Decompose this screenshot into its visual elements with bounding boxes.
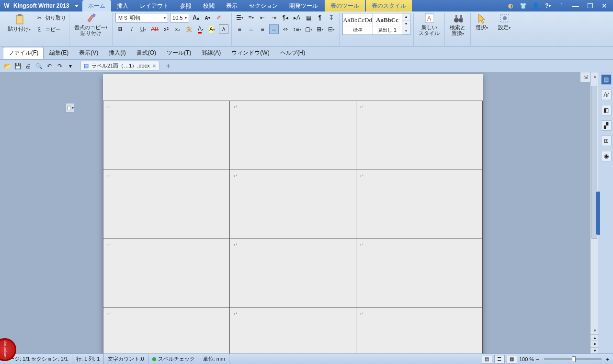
bullets-icon[interactable]: ☰▾: [235, 13, 244, 23]
insert-table-icon[interactable]: ▦: [304, 13, 313, 23]
font-size-select[interactable]: 10.5▾: [170, 13, 189, 23]
pane-clip-icon[interactable]: ◉: [601, 151, 612, 161]
style-scroll[interactable]: ▴▾▿: [402, 13, 410, 34]
redo-icon[interactable]: ↷: [56, 62, 64, 70]
align-center-icon[interactable]: ≣: [246, 24, 256, 34]
tab-section[interactable]: セクション: [243, 0, 284, 11]
zoom-label[interactable]: 100 %: [519, 356, 534, 362]
pane-collapse-handle[interactable]: [596, 192, 600, 235]
tab-table-style[interactable]: 表のスタイル: [366, 0, 412, 11]
font-name-select[interactable]: ＭＳ 明朝▾: [115, 13, 168, 23]
table-cell[interactable]: ↵: [356, 101, 483, 170]
tab-reference[interactable]: 参照: [174, 0, 197, 11]
status-unit[interactable]: 単位: mm: [199, 354, 229, 364]
undo-icon[interactable]: ↶: [45, 62, 54, 70]
browse-object-icon[interactable]: ●: [590, 341, 599, 347]
page-area[interactable]: ↵↵↵ ↵↵↵ ↵↵↵ ↵↵↵: [69, 72, 590, 353]
menu-tools[interactable]: ツール(T): [162, 47, 196, 58]
close-tab-icon[interactable]: ×: [153, 63, 156, 69]
zoom-out-icon[interactable]: −: [536, 356, 539, 362]
save-icon[interactable]: 💾: [13, 62, 22, 70]
tab-layout[interactable]: レイアウト: [134, 0, 174, 11]
menu-window[interactable]: ウィンドウ(W): [227, 47, 274, 58]
tab-developer[interactable]: 開発ツール: [284, 0, 324, 11]
menu-insert[interactable]: 挿入(I): [104, 47, 130, 58]
indent-icon[interactable]: ⇥: [269, 13, 279, 23]
show-marks-icon[interactable]: ¶: [315, 13, 325, 23]
pane-toggle-icon[interactable]: ⇲: [580, 72, 590, 82]
tab-table-tools[interactable]: 表のツール: [325, 0, 365, 11]
status-chars[interactable]: 文字カウント:0: [104, 354, 148, 364]
menu-file[interactable]: ファイル(F): [3, 47, 44, 59]
new-style-button[interactable]: A 新しい スタイル: [417, 13, 442, 37]
char-border-icon[interactable]: A: [219, 24, 228, 34]
paste-options-icon[interactable]: 📋▾: [66, 103, 74, 113]
table-cell[interactable]: ↵: [356, 239, 483, 308]
pane-shapes-icon[interactable]: ◧: [601, 105, 612, 115]
open-icon[interactable]: 📂: [3, 62, 11, 70]
table-cell[interactable]: ↵: [103, 239, 230, 308]
distribute-icon[interactable]: ⇔: [281, 24, 290, 34]
document-tab[interactable]: ▤ ラベル21面（…1）.docx ×: [80, 61, 159, 71]
view-print-icon[interactable]: ▤: [482, 355, 492, 364]
help-icon[interactable]: ?▾: [544, 2, 552, 10]
tabs-icon[interactable]: ⊟▾: [327, 24, 336, 34]
table-cell[interactable]: ↵: [356, 308, 483, 354]
paste-button[interactable]: 貼り付け▾: [6, 14, 33, 33]
table-cell[interactable]: ↵: [230, 239, 356, 308]
rtl-icon[interactable]: ▸A: [292, 13, 302, 23]
tab-review[interactable]: 校閲: [197, 0, 220, 11]
scroll-down-icon[interactable]: ▾: [590, 327, 599, 334]
close-icon[interactable]: ✕: [600, 2, 609, 10]
user-icon[interactable]: 👤: [532, 2, 539, 10]
align-left-icon[interactable]: ≡: [235, 24, 244, 34]
outdent-icon[interactable]: ⇤: [258, 13, 267, 23]
style-heading1[interactable]: AaBbCc 見出し 1: [373, 13, 402, 34]
menu-view[interactable]: 表示(V): [74, 47, 103, 58]
app-menu-dropdown[interactable]: [75, 5, 79, 7]
table-cell[interactable]: ↵: [230, 101, 356, 170]
pane-doc-icon[interactable]: ▤: [601, 74, 612, 85]
status-rowcol[interactable]: 行: 1 列: 1: [72, 354, 104, 364]
table-cell[interactable]: ↵: [356, 170, 483, 239]
highlight-icon[interactable]: A▾: [207, 24, 217, 34]
justify-icon[interactable]: ≣: [269, 24, 279, 34]
print-icon[interactable]: 🖨: [24, 62, 33, 70]
new-tab-button[interactable]: +: [166, 62, 170, 70]
numbering-icon[interactable]: ≡▾: [246, 13, 256, 23]
minimize-icon[interactable]: —: [571, 2, 580, 10]
table-cell[interactable]: ↵: [230, 308, 356, 354]
bold-icon[interactable]: B: [115, 24, 125, 34]
underline-icon[interactable]: U▾: [138, 24, 148, 34]
superscript-icon[interactable]: x²: [161, 24, 171, 34]
shrink-font-icon[interactable]: A▾: [203, 13, 212, 23]
table-cell[interactable]: ↵: [103, 101, 230, 170]
tab-insert[interactable]: 挿入: [111, 0, 134, 11]
zoom-knob[interactable]: [572, 356, 576, 362]
menu-format[interactable]: 書式(O): [132, 47, 161, 58]
zoom-slider[interactable]: [544, 358, 602, 360]
table-cell[interactable]: ↵: [230, 170, 356, 239]
table-cell[interactable]: ↵: [103, 308, 230, 354]
restore-icon[interactable]: ❐: [585, 2, 595, 10]
next-page-icon[interactable]: ▾: [590, 347, 599, 353]
phonetic-icon[interactable]: 変: [184, 24, 194, 34]
grow-font-icon[interactable]: A▴: [191, 13, 201, 23]
borders-icon[interactable]: ⊞▾: [315, 24, 325, 34]
qat-dropdown-icon[interactable]: ▾: [66, 62, 75, 70]
find-replace-button[interactable]: 検索と 置換▾: [448, 13, 467, 37]
shading-icon[interactable]: ▢▾: [304, 24, 313, 34]
shirt-icon[interactable]: 👕: [519, 2, 527, 10]
italic-icon[interactable]: I: [127, 24, 136, 34]
view-outline-icon[interactable]: ☰: [494, 355, 505, 364]
select-button[interactable]: 選択▾: [474, 13, 490, 32]
table-cell[interactable]: ↵: [103, 170, 230, 239]
print-preview-icon[interactable]: 🔍: [34, 62, 43, 70]
ltr-icon[interactable]: ¶◂: [281, 13, 290, 23]
clear-format-icon[interactable]: ✐: [214, 13, 224, 23]
skin-icon[interactable]: ◐: [507, 2, 514, 10]
tab-view[interactable]: 表示: [220, 0, 243, 11]
zoom-in-icon[interactable]: +: [606, 356, 609, 362]
style-normal[interactable]: AaBbCcDd 標準: [343, 13, 373, 34]
menu-ruler[interactable]: 罫線(A): [197, 47, 226, 58]
